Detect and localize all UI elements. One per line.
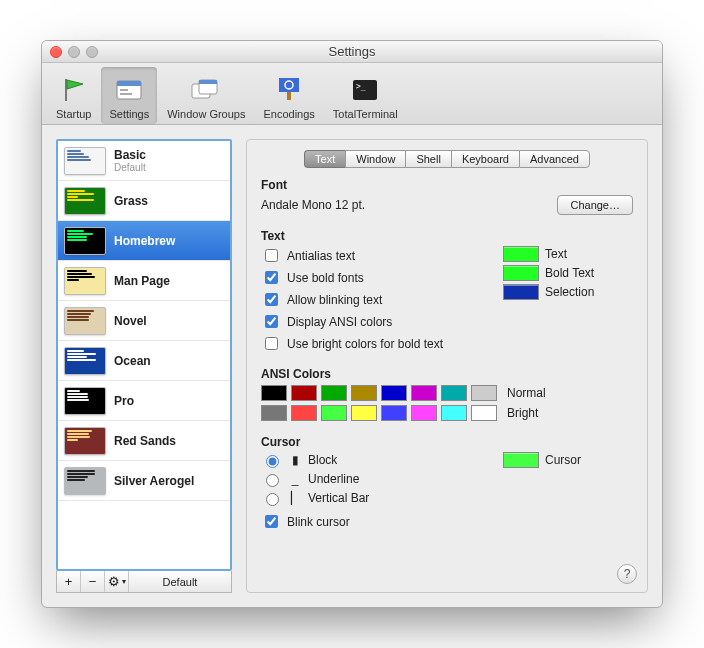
profile-item[interactable]: Grass: [58, 181, 230, 221]
ansi-color-swatch[interactable]: [261, 385, 287, 401]
add-profile-button[interactable]: +: [57, 571, 81, 592]
font-section-label: Font: [261, 178, 633, 192]
text-options: Antialias text Use bold fonts Allow blin…: [261, 243, 475, 353]
blink-cursor-checkbox[interactable]: Blink cursor: [261, 512, 475, 531]
remove-profile-button[interactable]: −: [81, 571, 105, 592]
ansi-color-swatch[interactable]: [291, 385, 317, 401]
profile-item[interactable]: Silver Aerogel: [58, 461, 230, 501]
profile-item[interactable]: Novel: [58, 301, 230, 341]
tab-shell[interactable]: Shell: [405, 150, 450, 168]
bright-bold-checkbox[interactable]: Use bright colors for bold text: [261, 334, 475, 353]
ansi-color-swatch[interactable]: [471, 385, 497, 401]
cursor-color-swatch[interactable]: [503, 452, 539, 468]
cursor-vertical-radio[interactable]: ▏Vertical Bar: [261, 490, 475, 506]
profile-list[interactable]: BasicDefaultGrassHomebrewMan PageNovelOc…: [56, 139, 232, 571]
toolbar: Startup Settings Window Groups Encodings…: [42, 63, 662, 125]
tab-text[interactable]: Text: [304, 150, 345, 168]
ansi-color-swatch[interactable]: [351, 405, 377, 421]
profile-item[interactable]: Man Page: [58, 261, 230, 301]
toolbar-label: Startup: [56, 108, 91, 120]
ansi-color-swatch[interactable]: [411, 405, 437, 421]
ansi-color-swatch[interactable]: [441, 405, 467, 421]
toolbar-totalterminal[interactable]: >_ TotalTerminal: [325, 67, 406, 124]
ansi-color-swatch[interactable]: [261, 405, 287, 421]
font-description: Andale Mono 12 pt.: [261, 198, 365, 212]
profile-name: Man Page: [114, 274, 170, 288]
toolbar-window-groups[interactable]: Window Groups: [159, 67, 253, 124]
profile-actions-menu[interactable]: ⚙▾: [105, 571, 129, 592]
tab-keyboard[interactable]: Keyboard: [451, 150, 519, 168]
svg-rect-8: [279, 78, 299, 92]
profile-thumbnail: [64, 467, 106, 495]
text-section-label: Text: [261, 229, 633, 243]
minimize-icon[interactable]: [68, 46, 80, 58]
cursor-underline-radio[interactable]: _Underline: [261, 471, 475, 487]
zoom-icon[interactable]: [86, 46, 98, 58]
change-font-button[interactable]: Change…: [557, 195, 633, 215]
svg-text:>_: >_: [356, 82, 366, 91]
profile-name: Novel: [114, 314, 147, 328]
ansi-color-swatch[interactable]: [411, 385, 437, 401]
ansi-color-swatch[interactable]: [441, 385, 467, 401]
svg-rect-10: [287, 92, 291, 100]
profile-thumbnail: [64, 347, 106, 375]
titlebar: Settings: [42, 41, 662, 63]
tab-advanced[interactable]: Advanced: [519, 150, 590, 168]
toolbar-settings[interactable]: Settings: [101, 67, 157, 124]
svg-rect-4: [120, 93, 132, 95]
window-controls: [50, 46, 98, 58]
cursor-section-label: Cursor: [261, 435, 633, 449]
profile-name: Red Sands: [114, 434, 176, 448]
ansi-color-swatch[interactable]: [291, 405, 317, 421]
profile-name: Homebrew: [114, 234, 175, 248]
profile-thumbnail: [64, 187, 106, 215]
profile-thumbnail: [64, 307, 106, 335]
vertical-bar-cursor-icon: ▏: [288, 491, 302, 505]
ansi-color-swatch[interactable]: [381, 405, 407, 421]
bold-fonts-checkbox[interactable]: Use bold fonts: [261, 268, 475, 287]
ansi-color-swatch[interactable]: [321, 385, 347, 401]
profile-item[interactable]: Homebrew: [58, 221, 230, 261]
profile-item[interactable]: BasicDefault: [58, 141, 230, 181]
ansi-color-swatch[interactable]: [351, 385, 377, 401]
help-button[interactable]: ?: [617, 564, 637, 584]
ansi-row-label: Bright: [507, 406, 538, 420]
toolbar-label: TotalTerminal: [333, 108, 398, 120]
close-icon[interactable]: [50, 46, 62, 58]
ansi-colors-checkbox[interactable]: Display ANSI colors: [261, 312, 475, 331]
ansi-color-swatch[interactable]: [471, 405, 497, 421]
tab-window[interactable]: Window: [345, 150, 405, 168]
selection-color-swatch[interactable]: [503, 284, 539, 300]
ansi-color-swatch[interactable]: [321, 405, 347, 421]
profile-sidebar: BasicDefaultGrassHomebrewMan PageNovelOc…: [56, 139, 232, 593]
profile-thumbnail: [64, 387, 106, 415]
profile-thumbnail: [64, 227, 106, 255]
set-default-button[interactable]: Default: [129, 571, 231, 592]
window-groups-icon: [190, 74, 222, 106]
profile-item[interactable]: Ocean: [58, 341, 230, 381]
profile-actions: + − ⚙▾ Default: [56, 571, 232, 593]
cursor-block-radio[interactable]: ▮Block: [261, 452, 475, 468]
ansi-section-label: ANSI Colors: [261, 367, 633, 381]
blinking-text-checkbox[interactable]: Allow blinking text: [261, 290, 475, 309]
profile-item[interactable]: Red Sands: [58, 421, 230, 461]
ansi-row-label: Normal: [507, 386, 546, 400]
profile-thumbnail: [64, 427, 106, 455]
profile-thumbnail: [64, 267, 106, 295]
text-color-swatches: Text Bold Text Selection: [503, 243, 633, 353]
window-settings-icon: [113, 74, 145, 106]
flag-icon: [58, 74, 90, 106]
profile-item[interactable]: Pro: [58, 381, 230, 421]
text-color-swatch[interactable]: [503, 246, 539, 262]
gear-icon: ⚙: [108, 574, 120, 589]
toolbar-startup[interactable]: Startup: [48, 67, 99, 124]
bold-text-color-swatch[interactable]: [503, 265, 539, 281]
profile-name: Grass: [114, 194, 148, 208]
toolbar-encodings[interactable]: Encodings: [255, 67, 322, 124]
settings-panel: TextWindowShellKeyboardAdvanced Font And…: [246, 139, 648, 593]
toolbar-label: Settings: [109, 108, 149, 120]
ansi-color-swatch[interactable]: [381, 385, 407, 401]
profile-name: Pro: [114, 394, 134, 408]
antialias-checkbox[interactable]: Antialias text: [261, 246, 475, 265]
terminal-icon: >_: [349, 74, 381, 106]
